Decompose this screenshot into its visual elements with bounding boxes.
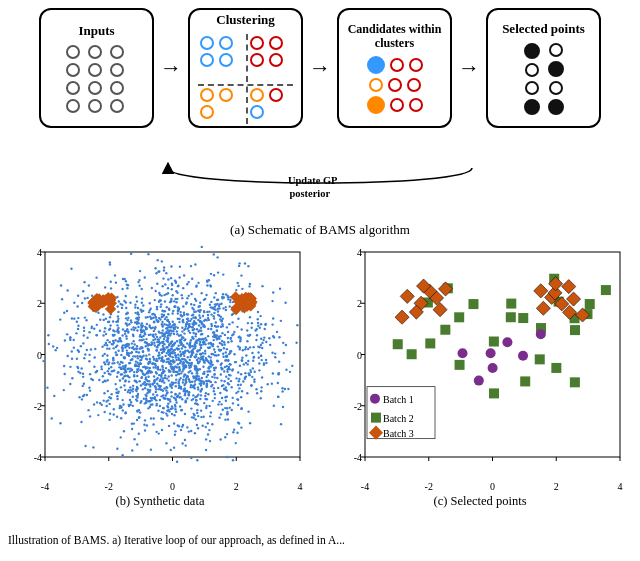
filled-black xyxy=(548,99,564,115)
filled-black xyxy=(524,43,540,59)
circle xyxy=(110,63,124,77)
circle-blue xyxy=(219,53,233,67)
inputs-title: Inputs xyxy=(78,23,114,39)
circle xyxy=(110,45,124,59)
circle xyxy=(110,81,124,95)
filled-black xyxy=(524,99,540,115)
circle xyxy=(110,99,124,113)
selected-col-right xyxy=(548,43,564,115)
chart-right-caption: (c) Selected points xyxy=(433,494,526,509)
circle-red xyxy=(250,36,264,50)
circle-blue xyxy=(250,105,264,119)
circle xyxy=(88,45,102,59)
circle-orange xyxy=(200,105,214,119)
circle-red xyxy=(269,88,283,102)
clustering-title: Clustering xyxy=(216,12,275,28)
inputs-circles xyxy=(66,45,128,113)
candidates-box: Candidates within clusters xyxy=(337,8,452,128)
circle xyxy=(66,45,80,59)
circle xyxy=(66,99,80,113)
update-gp-text2: posterior xyxy=(290,188,331,199)
filled-orange xyxy=(367,96,385,114)
synthetic-data-canvas xyxy=(10,242,310,492)
circle-open xyxy=(525,63,539,77)
schematic-row: Inputs → Clustering xyxy=(0,8,640,128)
circle-orange xyxy=(369,78,383,92)
circle-red xyxy=(390,58,404,72)
filled-black xyxy=(548,61,564,77)
candidates-inner xyxy=(367,56,423,114)
selected-box: Selected points xyxy=(486,8,601,128)
selected-title: Selected points xyxy=(502,21,585,37)
circle-red xyxy=(409,98,423,112)
circle-open xyxy=(549,81,563,95)
circle-open xyxy=(525,81,539,95)
circle-red xyxy=(390,98,404,112)
chart-left-caption: (b) Synthetic data xyxy=(116,494,205,509)
circle-blue xyxy=(200,36,214,50)
clustering-box: Clustering xyxy=(188,8,303,128)
circle xyxy=(66,81,80,95)
clustering-inner xyxy=(198,34,293,124)
selected-points-canvas xyxy=(330,242,630,492)
circle xyxy=(88,63,102,77)
circle-blue xyxy=(200,53,214,67)
dashed-v xyxy=(246,34,248,124)
circle xyxy=(88,81,102,95)
footer-text: Illustration of BAMS. a) Iterative loop … xyxy=(0,532,640,548)
circle xyxy=(66,63,80,77)
schematic-section: Inputs → Clustering xyxy=(0,0,640,220)
circle-blue xyxy=(219,36,233,50)
circle xyxy=(88,99,102,113)
inputs-box: Inputs xyxy=(39,8,154,128)
update-gp-arrow: Update GP posterior xyxy=(110,160,530,200)
circle-orange xyxy=(200,88,214,102)
candidates-title: Candidates within clusters xyxy=(339,22,450,51)
cand-row-2 xyxy=(369,78,421,92)
circle-red xyxy=(407,78,421,92)
cand-row-3 xyxy=(367,96,423,114)
cand-row-1 xyxy=(367,56,423,74)
update-gp-text: Update GP xyxy=(288,175,338,186)
schematic-caption: (a) Schematic of BAMS algorithm xyxy=(0,222,640,238)
arrow-2: → xyxy=(309,57,331,79)
circle-red xyxy=(269,53,283,67)
circle-red xyxy=(388,78,402,92)
dashed-h xyxy=(198,84,293,86)
circle-open xyxy=(549,43,563,57)
bottom-section: (b) Synthetic data (c) Selected points xyxy=(0,242,640,532)
selected-inner xyxy=(524,43,564,115)
filled-blue xyxy=(367,56,385,74)
circle-orange xyxy=(219,88,233,102)
selected-col-left xyxy=(524,43,540,115)
circle-orange xyxy=(250,88,264,102)
circle-red xyxy=(269,36,283,50)
arrow-3: → xyxy=(458,57,480,79)
update-gp-area: Update GP posterior xyxy=(0,160,640,200)
arrow-1: → xyxy=(160,57,182,79)
circle-red xyxy=(250,53,264,67)
circle-red xyxy=(409,58,423,72)
chart-left: (b) Synthetic data xyxy=(0,242,320,532)
chart-right: (c) Selected points xyxy=(320,242,640,532)
